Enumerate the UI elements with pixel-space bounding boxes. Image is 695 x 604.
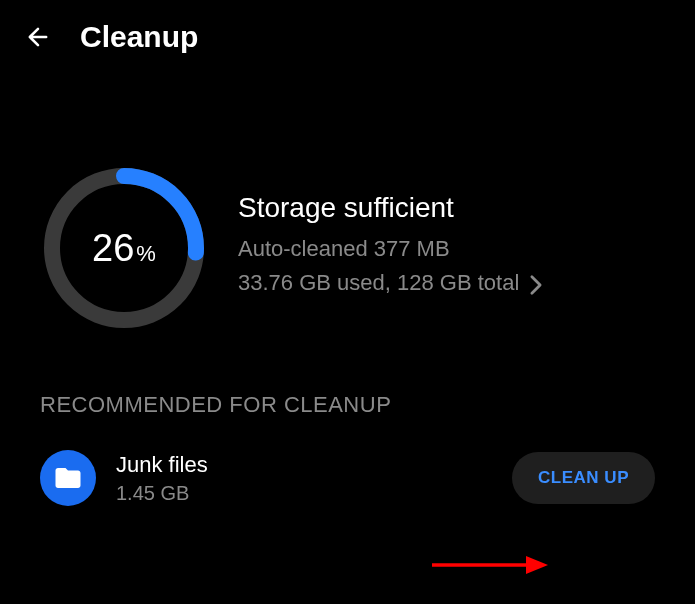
storage-summary[interactable]: 26 % Storage sufficient Auto-cleaned 377… bbox=[0, 74, 695, 392]
storage-percent: 26 % bbox=[92, 227, 156, 270]
storage-autoclean: Auto-cleaned 377 MB bbox=[238, 236, 655, 262]
percent-sign: % bbox=[136, 241, 156, 267]
header: Cleanup bbox=[0, 0, 695, 74]
storage-usage: 33.76 GB used, 128 GB total bbox=[238, 270, 519, 296]
item-size: 1.45 GB bbox=[116, 482, 492, 505]
back-icon[interactable] bbox=[24, 23, 52, 51]
page-title: Cleanup bbox=[80, 20, 198, 54]
annotation-arrow bbox=[430, 545, 550, 585]
cleanup-button[interactable]: CLEAN UP bbox=[512, 452, 655, 504]
svg-marker-3 bbox=[526, 556, 548, 574]
item-text: Junk files 1.45 GB bbox=[116, 452, 492, 505]
item-title: Junk files bbox=[116, 452, 492, 478]
percent-value: 26 bbox=[92, 227, 134, 270]
storage-status: Storage sufficient bbox=[238, 192, 655, 224]
recommended-header: RECOMMENDED FOR CLEANUP bbox=[0, 392, 695, 442]
storage-ring: 26 % bbox=[40, 164, 208, 332]
folder-icon bbox=[40, 450, 96, 506]
chevron-right-icon bbox=[529, 274, 543, 300]
storage-info: Storage sufficient Auto-cleaned 377 MB 3… bbox=[238, 192, 655, 304]
list-item-junk-files: Junk files 1.45 GB CLEAN UP bbox=[0, 442, 695, 514]
